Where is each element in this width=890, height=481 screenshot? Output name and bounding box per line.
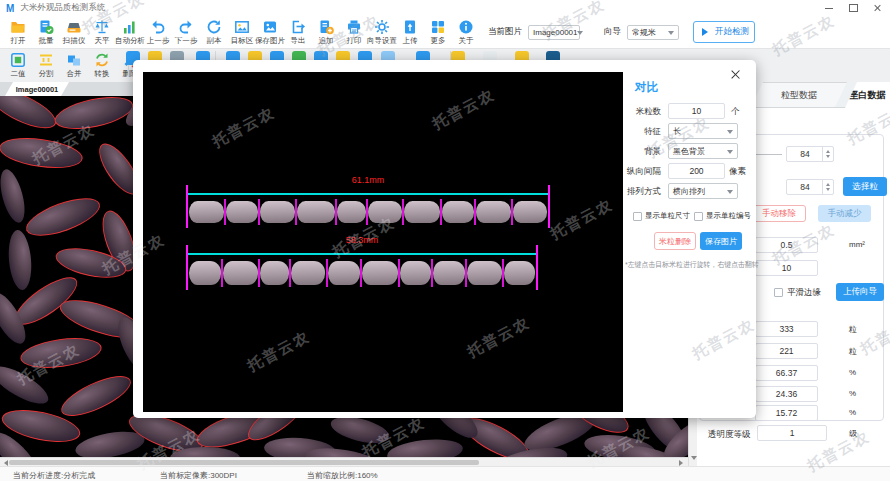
arrange-label: 排列方式 bbox=[621, 186, 661, 198]
save-image-button[interactable]: 保存图片 bbox=[700, 232, 742, 250]
scroll-right-icon[interactable] bbox=[679, 460, 686, 466]
toolbar-item-merge[interactable]: 合并 bbox=[60, 52, 88, 82]
toolbar-item-upload[interactable]: 上传 bbox=[396, 19, 424, 46]
window-maximize-button[interactable] bbox=[844, 2, 862, 14]
toolbar-item-label: 目标区 bbox=[231, 36, 254, 46]
show-size-checkbox[interactable] bbox=[633, 212, 642, 221]
wizard-gear-icon bbox=[374, 19, 390, 35]
toolbar-item-binary[interactable]: 二值 bbox=[4, 52, 32, 82]
toolbar-item-label: 打印 bbox=[347, 36, 362, 46]
aligned-rice-grain bbox=[433, 261, 466, 285]
toolbar-item-label: 合并 bbox=[67, 69, 82, 79]
stat-value-field[interactable]: 24.36 bbox=[755, 386, 818, 402]
toolbar-item-wizard-gear[interactable]: 向导设置 bbox=[368, 19, 396, 46]
scroll-down-icon[interactable] bbox=[691, 456, 697, 463]
rice-grain bbox=[0, 96, 61, 136]
toolbar-item-split[interactable]: 分割 bbox=[32, 52, 60, 82]
compare-dialog: 61.1mm58.3mm 对比 米粒数 10 个 特征 长 背景 黑色背景 纵向… bbox=[133, 60, 756, 418]
wizard-label: 向导 bbox=[604, 26, 621, 38]
spinner-value: 84 bbox=[800, 182, 809, 192]
toolbar-item-label: 扫描仪 bbox=[63, 36, 86, 46]
folder-open-icon bbox=[10, 19, 26, 35]
feature-select[interactable]: 长 bbox=[668, 123, 738, 139]
threshold-input[interactable]: 10 bbox=[755, 260, 818, 276]
select-grain-button[interactable]: 选择粒 bbox=[843, 177, 887, 196]
tab-chalkiness-data[interactable]: 垩白数据 bbox=[845, 82, 890, 108]
compare-preview-canvas[interactable]: 61.1mm58.3mm bbox=[143, 72, 623, 412]
upload-wizard-button[interactable]: 上传向导 bbox=[836, 283, 884, 301]
spacing-input[interactable]: 200 bbox=[668, 163, 725, 179]
toolbar-item-target-region[interactable]: 目标区 bbox=[228, 19, 256, 46]
toolbar-item-print[interactable]: 打印 bbox=[340, 19, 368, 46]
start-detect-label: 开始检测 bbox=[715, 26, 749, 38]
spin-down-icon bbox=[826, 155, 830, 160]
window-close-button[interactable] bbox=[868, 2, 886, 14]
toolbar-item-undo[interactable]: 上一步 bbox=[144, 19, 172, 46]
measurement-end-marker bbox=[536, 245, 538, 290]
toolbar-item-batch-check[interactable]: 批量 bbox=[32, 19, 60, 46]
aligned-rice-grain bbox=[442, 201, 473, 223]
toolbar-item-more-grid[interactable]: 更多 bbox=[424, 19, 452, 46]
aligned-rice-grain bbox=[223, 261, 258, 285]
toolbar-item-save-image[interactable]: 保存图片 bbox=[256, 19, 284, 46]
aligned-rice-grain bbox=[476, 201, 511, 223]
rice-count-input[interactable]: 10 bbox=[668, 103, 725, 119]
transparency-input[interactable]: 1 bbox=[757, 425, 827, 441]
background-select[interactable]: 黑色背景 bbox=[668, 143, 738, 159]
toolbar-item-copy-refresh[interactable]: 副本 bbox=[200, 19, 228, 46]
horizontal-scrollbar[interactable] bbox=[0, 457, 688, 466]
arrange-select[interactable]: 横向排列 bbox=[668, 183, 738, 199]
toolbar-item-label: 自动分析 bbox=[115, 36, 145, 46]
toolbar-item-auto-analyze[interactable]: 自动分析 bbox=[116, 19, 144, 46]
toolbar-item-export[interactable]: 导出 bbox=[284, 19, 312, 46]
current-image-select[interactable]: Image00001 bbox=[528, 25, 580, 40]
smooth-edge-checkbox[interactable] bbox=[774, 288, 783, 297]
dialog-title: 对比 bbox=[635, 80, 658, 95]
toolbar-item-folder-open[interactable]: 打开 bbox=[4, 19, 32, 46]
tab-grain-shape-data[interactable]: 粒型数据 bbox=[751, 82, 847, 107]
spinner-value: 84 bbox=[800, 149, 809, 159]
manual-reduce-button[interactable]: 手动减少 bbox=[818, 205, 871, 222]
transparency-unit: 级 bbox=[849, 428, 857, 439]
wizard-select[interactable]: 常规米 bbox=[627, 25, 679, 40]
toolbar-item-label: 转换 bbox=[95, 69, 110, 79]
background-value: 黑色背景 bbox=[673, 146, 705, 157]
toolbar-item-about-info[interactable]: 关于 bbox=[452, 19, 480, 46]
rice-delete-button[interactable]: 米粒删除 bbox=[654, 232, 696, 250]
show-number-label: 显示单粒编号 bbox=[706, 211, 751, 221]
window-minimize-button[interactable] bbox=[820, 2, 838, 14]
toolbar-item-append[interactable]: 追加 bbox=[312, 19, 340, 46]
chalk-threshold-spinner-1[interactable]: 84 bbox=[786, 146, 834, 162]
wizard-value: 常规米 bbox=[632, 27, 656, 38]
stat-value-field[interactable]: 66.37 bbox=[755, 365, 818, 381]
scroll-left-icon[interactable] bbox=[1, 460, 8, 466]
title-bar: M 大米外观品质检测系统 bbox=[0, 0, 890, 16]
spinner-arrows[interactable] bbox=[822, 147, 833, 161]
toolbar-item-balance[interactable]: 天平 bbox=[88, 19, 116, 46]
aligned-rice-grain bbox=[362, 261, 398, 285]
spinner-arrows[interactable] bbox=[822, 180, 833, 194]
toolbar-item-convert[interactable]: 转换 bbox=[88, 52, 116, 82]
main-toolbar-items: 打开批量扫描仪天平自动分析上一步下一步副本目标区保存图片导出追加打印向导设置上传… bbox=[4, 19, 480, 46]
horizontal-scroll-thumb[interactable] bbox=[9, 460, 479, 465]
show-number-checkbox[interactable] bbox=[694, 212, 703, 221]
stat-value-field[interactable]: 333 bbox=[755, 321, 818, 337]
image-tab-image00001[interactable]: Image00001 bbox=[5, 82, 69, 96]
toolbar-item-scanner[interactable]: 扫描仪 bbox=[60, 19, 88, 46]
toolbar-item-redo[interactable]: 下一步 bbox=[172, 19, 200, 46]
arrange-value: 横向排列 bbox=[673, 186, 705, 197]
start-detect-button[interactable]: 开始检测 bbox=[693, 21, 755, 43]
aligned-rice-grain bbox=[260, 201, 295, 223]
chalk-threshold-spinner-2[interactable]: 84 bbox=[786, 179, 834, 195]
dialog-close-button[interactable] bbox=[728, 66, 744, 82]
min-area-input[interactable]: 0.5 bbox=[755, 237, 818, 253]
manual-remove-button[interactable]: 手动移除 bbox=[752, 205, 806, 222]
aligned-rice-grain bbox=[513, 201, 547, 223]
stat-value-field[interactable]: 15.72 bbox=[755, 405, 818, 421]
rice-grain bbox=[386, 436, 464, 457]
toolbar-item-label: 打开 bbox=[11, 36, 26, 46]
stat-value-field[interactable]: 221 bbox=[755, 343, 818, 359]
toolbar-item-label: 向导设置 bbox=[367, 36, 397, 46]
app-window: M 大米外观品质检测系统 打开批量扫描仪天平自动分析上一步下一步副本目标区保存图… bbox=[0, 0, 890, 481]
measurement-label: 61.1mm bbox=[187, 175, 549, 185]
